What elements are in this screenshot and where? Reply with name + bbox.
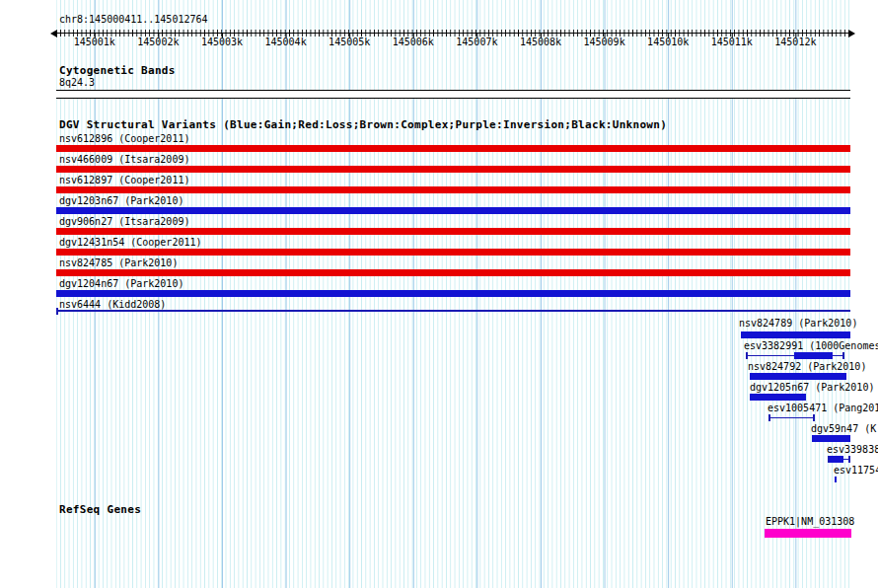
variant-label[interactable]: esv1005471 (Pang201 [768, 403, 878, 413]
variant-label[interactable]: esv339838 [827, 444, 878, 455]
variant-label[interactable]: nsv824792 (Park2010) [748, 361, 866, 372]
variant-range-bracket [768, 414, 770, 421]
variant-label[interactable]: nsv466009 (Itsara2009) [59, 154, 189, 165]
variant-bar[interactable] [56, 145, 850, 152]
variant-bar[interactable] [56, 290, 850, 297]
variant-range-bracket [746, 352, 748, 359]
ruler-tick-label: 145008k [509, 37, 572, 47]
variant-label[interactable]: dgv1205n67 (Park2010) [750, 382, 874, 393]
ruler-tick-label: 145007k [445, 37, 508, 47]
variant-line[interactable] [56, 310, 850, 312]
variant-tick[interactable] [835, 477, 837, 482]
variant-bar[interactable] [56, 269, 850, 276]
ruler-tick-label: 145002k [126, 37, 189, 47]
variant-bar[interactable] [750, 373, 846, 380]
variant-label[interactable]: dgv1203n67 (Park2010) [59, 195, 183, 206]
variant-label[interactable]: dgv1204n67 (Park2010) [59, 278, 183, 289]
variant-label[interactable]: dgv906n27 (Itsara2009) [59, 216, 189, 227]
ruler-tick-label: 145001k [63, 37, 126, 47]
cytoband-label: 8q24.3 [59, 77, 95, 88]
variant-bar[interactable] [56, 228, 850, 235]
ruler-tick-label: 145005k [318, 37, 381, 47]
variant-bar[interactable] [812, 435, 850, 442]
ruler-right-arrow-icon [848, 30, 855, 37]
ruler-tick-label: 145012k [764, 37, 827, 47]
variant-bar[interactable] [56, 186, 850, 193]
refseq-section-title: RefSeq Genes [59, 504, 141, 515]
ruler-tick-label: 145010k [636, 37, 699, 47]
gene-label[interactable]: EPPK1|NM_031308 [766, 516, 854, 527]
variant-label[interactable]: nsv824785 (Park2010) [59, 257, 178, 268]
variant-label[interactable]: nsv6444 (Kidd2008) [59, 299, 166, 310]
variant-label[interactable]: dgv12431n54 (Cooper2011) [59, 237, 202, 248]
gene-bar[interactable] [765, 529, 851, 538]
cytoband-bar[interactable] [56, 90, 850, 99]
ruler-tick-label: 145004k [255, 37, 318, 47]
ruler-tick-label: 145011k [700, 37, 764, 47]
region-title: chr8:145000411..145012764 [59, 14, 208, 25]
variant-bar[interactable] [56, 207, 850, 214]
genome-browser-panel: chr8:145000411..145012764 145001k145002k… [0, 0, 878, 588]
ruler-tick-label: 145006k [382, 37, 445, 47]
variant-bar[interactable] [56, 249, 850, 256]
variant-bar[interactable] [750, 394, 806, 401]
variant-bar[interactable] [56, 166, 850, 173]
variant-label[interactable]: nsv824789 (Park2010) [739, 318, 857, 329]
ruler-tick-label: 145009k [573, 37, 636, 47]
variant-label[interactable]: nsv612897 (Cooper2011) [59, 175, 189, 185]
variant-range-bracket [842, 352, 844, 359]
variant-bar[interactable] [741, 331, 850, 338]
variant-label[interactable]: esv3382991 (1000Genomes [744, 340, 878, 351]
variant-label[interactable]: dgv59n47 (K [811, 423, 876, 434]
ruler-left-arrow-icon [50, 30, 57, 37]
variant-label[interactable]: nsv612896 (Cooper2011) [59, 133, 189, 144]
variant-range-line[interactable] [768, 417, 814, 418]
variant-line-end-bracket [56, 308, 58, 315]
variant-range-box[interactable] [794, 352, 833, 359]
variant-range-box[interactable] [830, 456, 843, 463]
variant-label[interactable]: esv11754 [834, 465, 878, 476]
variant-range-bracket [848, 456, 850, 463]
variant-range-bracket [813, 414, 815, 421]
ruler-tick-label: 145003k [190, 37, 254, 47]
cytogenetic-section-title: Cytogenetic Bands [59, 65, 176, 76]
dgv-section-title: DGV Structural Variants (Blue:Gain;Red:L… [59, 119, 667, 130]
